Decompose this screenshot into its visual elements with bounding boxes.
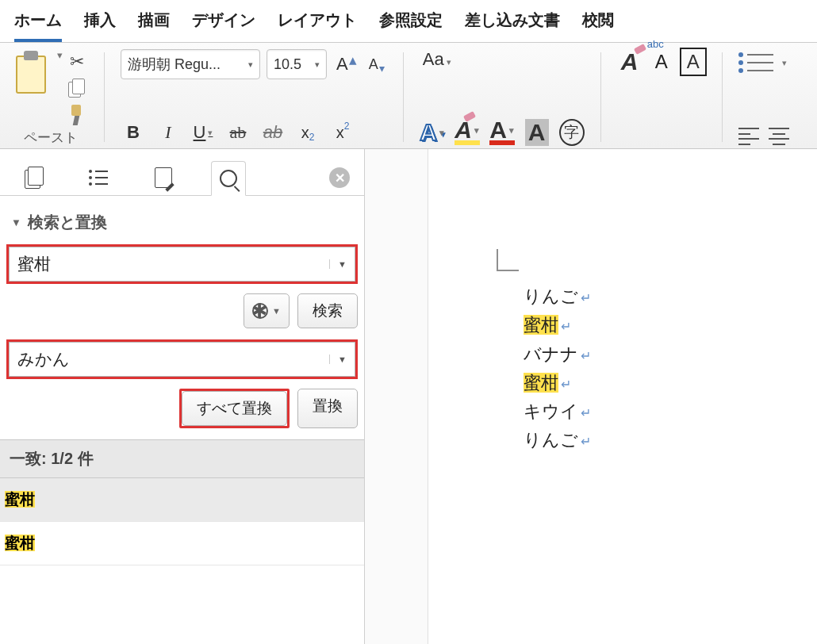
ribbon-tab-4[interactable]: レイアウト (278, 10, 357, 42)
phonetic-guide-button[interactable]: A (649, 49, 674, 75)
text-effects-button[interactable]: A▾ (420, 120, 445, 145)
strikethrough-button[interactable]: ab (225, 120, 251, 145)
ribbon-tab-6[interactable]: 差し込み文書 (465, 10, 560, 42)
search-button[interactable]: 検索 (297, 293, 358, 328)
matches-list: 蜜柑蜜柑 (0, 478, 364, 565)
return-mark: ↵ (581, 349, 591, 362)
search-tab[interactable] (211, 161, 246, 196)
search-options-button[interactable]: ▼ (244, 293, 290, 328)
replace-input[interactable]: みかん ▼ (9, 342, 355, 377)
match-row[interactable]: 蜜柑 (0, 522, 364, 565)
ribbon-tab-7[interactable]: 校閲 (582, 10, 614, 42)
return-mark: ↵ (581, 435, 591, 448)
panel-tabs: ✕ (0, 149, 364, 196)
align-left-button[interactable] (738, 128, 759, 145)
document-area[interactable]: りんご↵蜜柑↵バナナ↵蜜柑↵キウイ↵りんご↵ (428, 149, 817, 644)
replace-all-highlight: すべて置換 (179, 389, 290, 428)
paste-label: ペースト (24, 128, 78, 147)
character-border-button[interactable]: A (681, 49, 706, 75)
superscript-button[interactable]: x (330, 120, 355, 145)
double-strike-button[interactable]: ab (260, 120, 286, 145)
highlight-color-button[interactable]: A▾ (455, 120, 480, 145)
ribbon-tab-0[interactable]: ホーム (14, 10, 62, 42)
search-history-dropdown[interactable]: ▼ (329, 259, 347, 269)
doc-line[interactable]: 蜜柑↵ (524, 369, 817, 397)
align-center-button[interactable] (769, 128, 789, 145)
sidebar-panel: ✕ 検索と置換 蜜柑 ▼ ▼ 検索 みかん ▼ (0, 149, 365, 644)
return-mark: ↵ (581, 291, 591, 305)
workspace: ✕ 検索と置換 蜜柑 ▼ ▼ 検索 みかん ▼ (0, 149, 817, 644)
return-mark: ↵ (561, 320, 571, 333)
list-icon (89, 170, 108, 186)
search-icon (220, 170, 237, 187)
review-tab[interactable] (146, 160, 181, 195)
replace-button[interactable]: 置換 (297, 389, 358, 428)
italic-button[interactable]: I (155, 120, 181, 145)
matches-header: 一致: 1/2 件 (0, 439, 364, 478)
font-color-button[interactable]: A▾ (489, 120, 515, 145)
edit-icon (155, 167, 172, 188)
shading-button[interactable]: A (524, 120, 550, 145)
return-mark: ↵ (561, 378, 571, 391)
toolbar: ▾ ペースト 游明朝 Regu...▾ 10.5▾ A▴ A▾ B I U▾ a… (0, 43, 817, 149)
ribbon-tabs: ホーム挿入描画デザインレイアウト参照設定差し込み文書校閲 (0, 0, 817, 43)
paste-dropdown[interactable]: ▾ (57, 49, 63, 61)
grow-font-button[interactable]: A▴ (333, 54, 359, 75)
format-painter-button[interactable] (66, 105, 88, 127)
pages-icon (25, 167, 42, 188)
font-name-select[interactable]: 游明朝 Regu...▾ (121, 49, 260, 79)
vertical-ruler (365, 149, 428, 644)
shrink-font-button[interactable]: A▾ (366, 56, 387, 73)
bold-button[interactable]: B (121, 120, 146, 145)
bullets-button[interactable] (738, 49, 773, 76)
underline-button[interactable]: U▾ (190, 120, 216, 145)
font-size-select[interactable]: 10.5▾ (267, 49, 327, 79)
search-input[interactable]: 蜜柑 ▼ (9, 247, 355, 282)
doc-line[interactable]: 蜜柑↵ (524, 311, 817, 339)
doc-line[interactable]: りんご↵ (524, 282, 817, 311)
change-case-button[interactable]: Aa▾ (420, 49, 455, 70)
ribbon-tab-2[interactable]: 描画 (138, 10, 170, 42)
replace-all-button[interactable]: すべて置換 (182, 391, 287, 426)
panel-title[interactable]: 検索と置換 (6, 207, 358, 244)
doc-line[interactable]: バナナ↵ (524, 340, 817, 369)
clear-formatting-button[interactable]: A (617, 49, 642, 75)
subscript-button[interactable]: x (295, 120, 320, 145)
doc-line[interactable]: キウイ↵ (524, 397, 817, 426)
paste-button[interactable] (13, 49, 51, 97)
enclose-char-button[interactable]: 字 (559, 120, 585, 145)
clipboard-icon (13, 49, 51, 97)
return-mark: ↵ (581, 406, 591, 420)
search-field-highlight: 蜜柑 ▼ (6, 244, 358, 284)
cut-button[interactable] (66, 51, 88, 73)
outline-tab[interactable] (81, 160, 116, 195)
ribbon-tab-3[interactable]: デザイン (192, 10, 255, 42)
ribbon-tab-5[interactable]: 参照設定 (379, 10, 443, 42)
pages-tab[interactable] (16, 160, 51, 195)
replace-history-dropdown[interactable]: ▼ (329, 355, 347, 364)
page-corner-mark (497, 249, 519, 271)
gear-icon (252, 303, 268, 319)
doc-line[interactable]: りんご↵ (524, 426, 817, 454)
copy-button[interactable] (66, 78, 88, 100)
match-row[interactable]: 蜜柑 (0, 478, 364, 522)
ribbon-tab-1[interactable]: 挿入 (84, 10, 116, 42)
close-panel-button[interactable]: ✕ (329, 167, 350, 188)
replace-field-highlight: みかん ▼ (6, 339, 358, 379)
